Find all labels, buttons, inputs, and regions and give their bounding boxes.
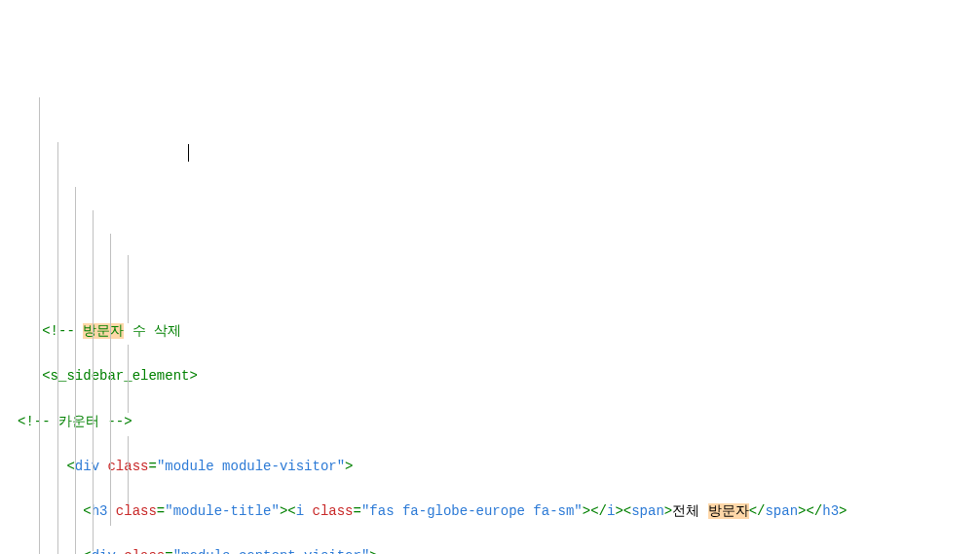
fold-guide [128, 255, 129, 323]
fold-guide [110, 234, 111, 526]
code-editor[interactable]: <!-- 방문자 수 삭제 <s_sidebar_element> <!-- 카… [0, 90, 980, 554]
code-line[interactable]: <div class="module-content visitor"> [18, 545, 848, 554]
fold-guide [75, 187, 76, 554]
text-cursor [188, 144, 189, 162]
line-gutter [0, 90, 14, 554]
fold-guide [128, 345, 129, 413]
fold-guide [93, 210, 94, 551]
code-line[interactable]: <div class="module module-visitor"> [18, 456, 848, 478]
code-line[interactable]: <h3 class="module-title"><i class="fas f… [18, 500, 848, 523]
fold-guide [39, 97, 40, 554]
fold-guide [128, 436, 129, 504]
code-area[interactable]: <!-- 방문자 수 삭제 <s_sidebar_element> <!-- 카… [14, 90, 848, 554]
fold-guide [57, 142, 58, 554]
code-line[interactable]: <s_sidebar_element> [18, 365, 848, 388]
code-line[interactable]: <!-- 카운터 --> [18, 411, 848, 433]
code-line[interactable]: <!-- 방문자 수 삭제 [18, 320, 848, 343]
